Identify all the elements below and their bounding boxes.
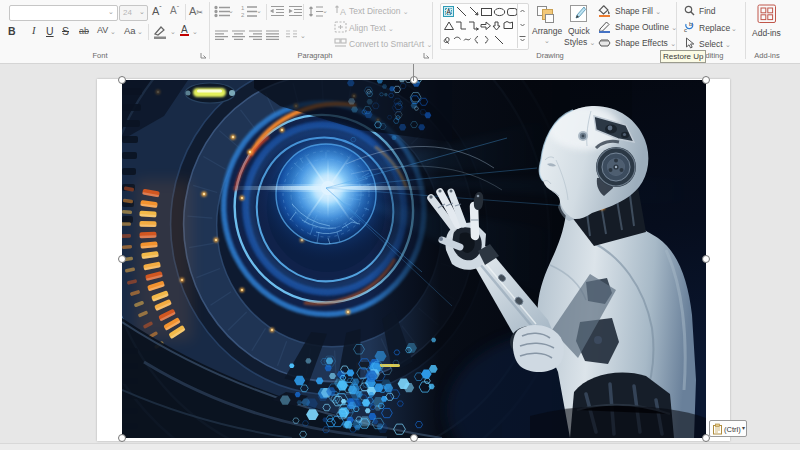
svg-text:2: 2 (241, 12, 245, 18)
svg-text:A: A (340, 7, 346, 16)
svg-text:1: 1 (241, 5, 245, 11)
svg-text:c: c (684, 27, 687, 33)
svg-text:A: A (447, 8, 452, 15)
